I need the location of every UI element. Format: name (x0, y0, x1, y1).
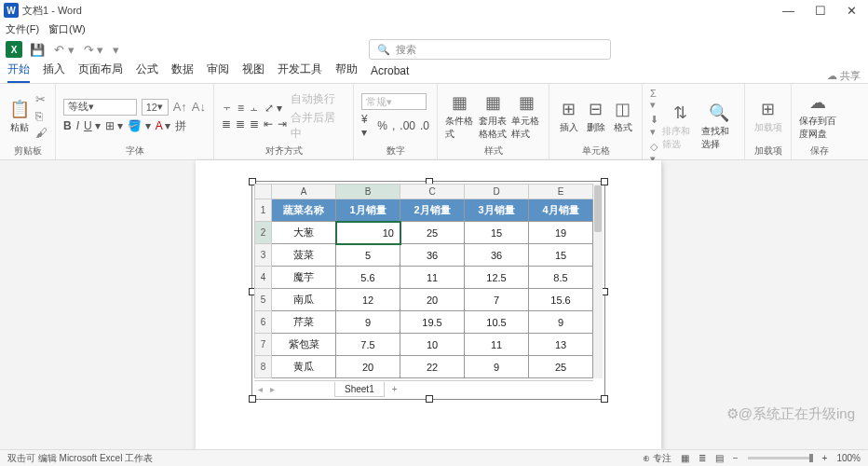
tab-formulas[interactable]: 公式 (136, 62, 158, 83)
cell[interactable]: 11 (400, 267, 465, 289)
format-painter-icon[interactable]: 🖌 (35, 126, 47, 140)
tab-layout[interactable]: 页面布局 (78, 62, 123, 83)
focus-mode-button[interactable]: ⊕ 专注 (643, 452, 671, 465)
share-button[interactable]: ☁ 共享 (827, 69, 861, 83)
conditional-format-button[interactable]: ▦条件格式 (445, 92, 475, 141)
cell[interactable]: 19.5 (400, 311, 465, 334)
percent-icon[interactable]: % (377, 119, 387, 132)
undo-icon[interactable]: ↶ ▾ (52, 43, 76, 57)
redo-icon[interactable]: ↷ ▾ (82, 43, 106, 57)
cell[interactable]: 8.5 (529, 267, 593, 289)
cell[interactable]: 20 (400, 289, 465, 311)
cell[interactable]: 5.6 (336, 267, 400, 289)
cell[interactable]: 菠菜 (272, 244, 336, 267)
active-cell[interactable]: 10 (336, 222, 400, 244)
number-format-combo[interactable]: 常规 ▾ (361, 93, 427, 110)
cut-icon[interactable]: ✂ (35, 92, 47, 106)
cell[interactable]: 15 (465, 222, 529, 244)
zoom-out-icon[interactable]: − (733, 453, 739, 463)
cell[interactable]: 12.5 (465, 267, 529, 289)
tab-view[interactable]: 视图 (242, 62, 264, 83)
cell[interactable]: 13 (529, 334, 593, 356)
scrollbar-thumb[interactable] (594, 185, 602, 232)
bold-button[interactable]: B (63, 119, 72, 132)
row-header[interactable]: 7 (255, 334, 272, 356)
zoom-in-icon[interactable]: + (822, 453, 828, 463)
font-color-button[interactable]: A ▾ (156, 119, 171, 132)
cell[interactable]: 25 (529, 356, 593, 378)
tab-developer[interactable]: 开发工具 (278, 62, 322, 83)
select-all-corner[interactable] (255, 185, 272, 199)
sheet-tab[interactable]: Sheet1 (334, 382, 385, 397)
minimize-button[interactable]: — (782, 4, 794, 18)
tab-home[interactable]: 开始 (7, 62, 30, 83)
align-left-icon[interactable]: ≣ (222, 117, 231, 130)
maximize-button[interactable]: ☐ (815, 4, 826, 18)
cell[interactable]: 9 (465, 356, 529, 378)
cell[interactable]: 紫包菜 (272, 334, 336, 356)
align-right-icon[interactable]: ≣ (250, 117, 259, 130)
col-header[interactable]: B (336, 185, 400, 199)
col-header[interactable]: E (529, 185, 593, 199)
align-center-icon[interactable]: ≣ (236, 117, 245, 130)
merge-center-button[interactable]: 合并后居中 (291, 110, 346, 142)
cell[interactable]: 蔬菜名称 (272, 199, 336, 222)
cell[interactable]: 黄瓜 (272, 356, 336, 378)
italic-button[interactable]: I (76, 119, 79, 132)
comma-icon[interactable]: , (392, 119, 395, 132)
cell[interactable]: 4月销量 (529, 199, 593, 222)
cell[interactable]: 7 (465, 289, 529, 311)
wrap-text-button[interactable]: 自动换行 (291, 91, 346, 107)
close-button[interactable]: ✕ (847, 4, 857, 18)
row-header[interactable]: 6 (255, 311, 272, 334)
autosum-icon[interactable]: Σ ▾ (650, 88, 658, 111)
align-top-icon[interactable]: ⫟ (222, 102, 233, 115)
search-box[interactable]: 🔍 搜索 (369, 39, 611, 60)
zoom-slider[interactable] (748, 457, 813, 459)
save-baidu-button[interactable]: ☁保存到百度网盘 (799, 92, 836, 141)
tab-help[interactable]: 帮助 (335, 62, 358, 83)
cell[interactable]: 20 (336, 356, 400, 378)
menu-file[interactable]: 文件(F) (6, 22, 39, 36)
cell[interactable]: 15 (529, 244, 593, 267)
cell[interactable]: 7.5 (336, 334, 400, 356)
zoom-level[interactable]: 100% (836, 453, 861, 463)
row-header[interactable]: 8 (255, 356, 272, 378)
col-header[interactable]: A (272, 185, 336, 199)
cell[interactable]: 19 (529, 222, 593, 244)
align-bottom-icon[interactable]: ⫠ (249, 102, 260, 115)
row-header[interactable]: 1 (255, 199, 272, 222)
row-header[interactable]: 4 (255, 267, 272, 289)
font-name-combo[interactable]: 等线 ▾ (63, 99, 137, 116)
qat-more-icon[interactable]: ▾ (111, 43, 121, 57)
cell[interactable]: 魔芋 (272, 267, 336, 289)
cell[interactable]: 2月销量 (400, 199, 465, 222)
border-button[interactable]: ⊞ ▾ (105, 119, 123, 132)
cell[interactable]: 11 (465, 334, 529, 356)
embedded-excel-object[interactable]: A B C D E 1 蔬菜名称 1月销量 2月销量 3月销量 4月销量 (251, 181, 605, 400)
cell[interactable]: 1月销量 (336, 199, 400, 222)
col-header[interactable]: D (465, 185, 529, 199)
paste-button[interactable]: 📋粘贴 (7, 99, 32, 134)
cell[interactable]: 36 (400, 244, 465, 267)
copy-icon[interactable]: ⎘ (35, 109, 47, 123)
spreadsheet-grid[interactable]: A B C D E 1 蔬菜名称 1月销量 2月销量 3月销量 4月销量 (254, 184, 593, 378)
view-web-icon[interactable]: ▤ (715, 453, 724, 463)
align-middle-icon[interactable]: ≡ (237, 102, 244, 115)
save-icon[interactable]: 💾 (28, 43, 47, 57)
view-print-icon[interactable]: ▦ (681, 453, 689, 463)
vertical-scrollbar[interactable] (593, 184, 603, 378)
fill-color-button[interactable]: 🪣 ▾ (128, 119, 150, 132)
row-header[interactable]: 5 (255, 289, 272, 311)
dec-decimal-icon[interactable]: .0 (420, 119, 429, 132)
menu-window[interactable]: 窗口(W) (48, 22, 86, 36)
cell[interactable]: 南瓜 (272, 289, 336, 311)
tab-insert[interactable]: 插入 (43, 62, 65, 83)
underline-button[interactable]: U ▾ (84, 119, 101, 132)
row-header[interactable]: 3 (255, 244, 272, 267)
cell[interactable]: 22 (400, 356, 465, 378)
cell[interactable]: 25 (400, 222, 465, 244)
delete-cells-button[interactable]: ⊟删除 (584, 99, 607, 134)
tab-review[interactable]: 审阅 (207, 62, 229, 83)
font-size-combo[interactable]: 12 ▾ (142, 99, 169, 116)
